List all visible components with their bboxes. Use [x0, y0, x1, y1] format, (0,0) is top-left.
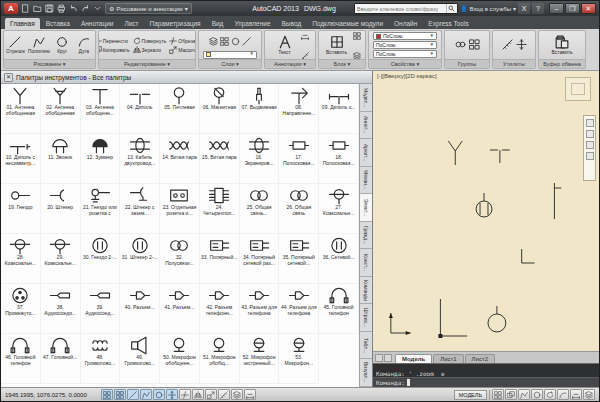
palette-item-19[interactable]: 19. Гнездо: [1, 184, 41, 234]
ribbon-tab-главная[interactable]: Главная: [5, 18, 40, 29]
palette-item-10[interactable]: 10. Диполь с несимметр...: [1, 134, 41, 184]
grid3-icon[interactable]: [353, 31, 361, 44]
toggle-ducs[interactable]: [205, 389, 217, 400]
search-input[interactable]: [355, 6, 446, 12]
layout-tab-модель[interactable]: Модель: [395, 354, 432, 363]
properties-combo-0[interactable]: ПоСлою▼: [373, 32, 437, 40]
palette-tab-табл[interactable]: Табл...: [360, 332, 372, 360]
panel-title-аннотации[interactable]: Аннотации ▾: [265, 59, 315, 68]
tool-повернуть[interactable]: Повернуть: [133, 37, 167, 45]
palette-item-39[interactable]: 39. Аудиосоед...: [81, 284, 121, 334]
layers-icon[interactable]: [353, 46, 361, 59]
palette-item-04[interactable]: 04. Диполь: [120, 84, 160, 134]
palette-item-49[interactable]: 49. Громкогово...: [120, 334, 160, 384]
toggle-polar[interactable]: [153, 389, 165, 400]
properties-combo-1[interactable]: ПоСлою▼: [373, 41, 437, 49]
palette-item-22[interactable]: 22. Штекер с зазем...: [120, 184, 160, 234]
quick-view-layouts-icon[interactable]: [505, 389, 517, 400]
redo-icon[interactable]: [80, 3, 91, 14]
minimize-button[interactable]: –: [549, 3, 564, 14]
palette-item-53[interactable]: 53. Микрофон...: [279, 334, 319, 384]
palette-item-44[interactable]: 44. Разъем для телефона: [279, 284, 319, 334]
panel-title-слои[interactable]: Слои ▾: [199, 59, 261, 68]
palette-item-11[interactable]: 11. Звонок: [41, 134, 81, 184]
palette-tab-команды[interactable]: Команды: [360, 277, 372, 305]
palette-tab-модел[interactable]: Модел...: [360, 84, 372, 112]
navigation-bar[interactable]: [583, 115, 596, 181]
panel-title-блок[interactable]: Блок ▾: [319, 59, 365, 68]
palette-item-48[interactable]: 48. Громкогово...: [81, 334, 121, 384]
tool-перенести[interactable]: Перенести: [99, 37, 130, 45]
command-input-line[interactable]: Команда:: [373, 377, 599, 387]
panel-title-свойства[interactable]: Свойства ▾: [369, 59, 441, 68]
showmotion-icon[interactable]: [557, 389, 569, 400]
dim-icon[interactable]: [301, 31, 309, 44]
palette-item-27[interactable]: 27. Коаксиальн...: [319, 184, 359, 234]
palette-item-03[interactable]: 03. Антенна обобщенн...: [81, 84, 121, 134]
measure-icon[interactable]: [301, 46, 309, 59]
quick-view-drawings-icon[interactable]: [492, 389, 504, 400]
toggle-infer[interactable]: [101, 389, 113, 400]
pan-icon[interactable]: [518, 389, 530, 400]
layout-tab-лист1[interactable]: Лист1: [433, 354, 463, 363]
palette-item-23[interactable]: 23. Отдельная розетка и...: [160, 184, 200, 234]
palette-item-15[interactable]: 15. Витая пара: [200, 134, 240, 184]
ribbon-tab-параметризация[interactable]: Параметризация: [145, 18, 206, 29]
tool-palette-titlebar[interactable]: ✕ Палитры инструментов - Все палитры: [1, 71, 372, 84]
annotation-scale-icon[interactable]: [570, 389, 582, 400]
palette-item-43[interactable]: 43. Разъем для телефона: [240, 284, 280, 334]
palette-item-28[interactable]: 28. Коаксиальн...: [1, 234, 41, 284]
model-space-button[interactable]: МОДЕЛЬ: [454, 390, 487, 400]
palette-tab-архит[interactable]: Архит...: [360, 139, 372, 167]
circle-icon[interactable]: [231, 32, 240, 50]
panel-title-буфер-обмена[interactable]: Буфер обмена: [539, 59, 585, 68]
tool-копировать[interactable]: Копировать: [99, 46, 130, 54]
new-icon[interactable]: [20, 3, 31, 14]
palette-tab-механ[interactable]: Механ...: [360, 167, 372, 195]
palette-item-52[interactable]: 52. Микрофон экстренный...: [240, 334, 280, 384]
palette-item-38[interactable]: 38. Аудиосоеди...: [41, 284, 81, 334]
toggle-osnap3d[interactable]: [179, 389, 191, 400]
move-icon[interactable]: [516, 36, 527, 54]
measure-icon[interactable]: [502, 36, 513, 54]
panel-title-редактирование[interactable]: Редактирование ▾: [99, 59, 195, 68]
palette-item-50[interactable]: 50. Микрофон обобщенн...: [160, 334, 200, 384]
toggle-osnap[interactable]: [166, 389, 178, 400]
palette-item-32[interactable]: 32. Полусвязи...: [160, 234, 200, 284]
palette-item-21[interactable]: 21. Гнездо или розетка с зазем...: [81, 184, 121, 234]
ribbon-tab-управление[interactable]: Управление: [229, 18, 275, 29]
ribbon-tab-аннотации[interactable]: Аннотации: [76, 18, 119, 29]
palette-item-36[interactable]: 36. Сетевой...: [319, 234, 359, 284]
palette-item-40[interactable]: 40. Разъем...: [120, 284, 160, 334]
grid3-icon[interactable]: [220, 32, 229, 50]
steering-wheel-icon[interactable]: [544, 389, 556, 400]
pan-icon[interactable]: [586, 119, 594, 127]
palette-item-47[interactable]: 47. Головной...: [41, 334, 81, 384]
grid3-icon[interactable]: [469, 36, 480, 54]
palette-item-35[interactable]: 35. Полярный сетевой...: [279, 234, 319, 284]
palette-tab-штрих[interactable]: Штрих...: [360, 304, 372, 332]
orbit-icon[interactable]: [586, 141, 594, 149]
palette-item-08[interactable]: 08. Направленн...: [279, 84, 319, 134]
palette-item-29[interactable]: 29. Коаксиальн...: [41, 234, 81, 284]
palette-item-18[interactable]: 18. Полосковая...: [319, 134, 359, 184]
palette-item-26[interactable]: 26. Общая связь: [279, 184, 319, 234]
palette-item-20[interactable]: 20. Штекер: [41, 184, 81, 234]
ribbon-tab-вывод[interactable]: Вывод: [277, 18, 307, 29]
infocenter-search[interactable]: [354, 3, 458, 14]
layer-select[interactable]: ▼: [203, 51, 257, 59]
tray-icon[interactable]: [583, 389, 595, 400]
sign-in-button[interactable]: 👤 Вход в службы ▾: [460, 5, 516, 12]
palette-tab-элект[interactable]: Элект...: [360, 194, 372, 222]
palette-item-07[interactable]: 07. Выдвижная: [240, 84, 280, 134]
tool-круг[interactable]: Круг: [53, 36, 72, 54]
ribbon-tab-лист[interactable]: Лист: [119, 18, 143, 29]
group-icon[interactable]: [455, 36, 466, 54]
tool-отрезок[interactable]: Отрезок: [6, 36, 25, 54]
close-icon[interactable]: ✕: [4, 73, 13, 82]
palette-item-31[interactable]: 31. Штекер 2-...: [120, 234, 160, 284]
palette-item-06[interactable]: 06. Магнитная: [200, 84, 240, 134]
undo-icon[interactable]: [68, 3, 79, 14]
palette-item-16[interactable]: 16. Экраниров...: [240, 134, 280, 184]
palette-item-09[interactable]: 09. Диполь с...: [319, 84, 359, 134]
